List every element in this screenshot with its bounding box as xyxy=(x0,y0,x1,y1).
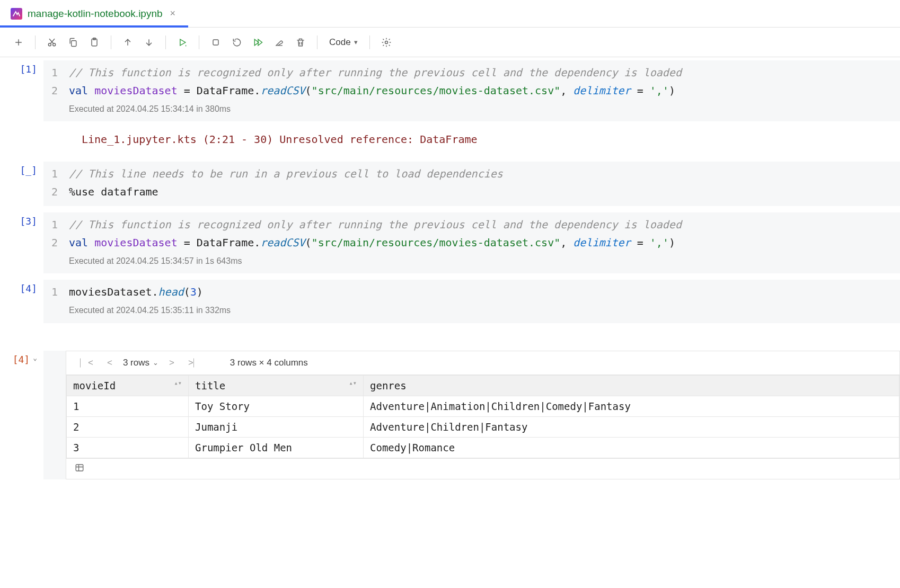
cell-movieId: 1 xyxy=(67,396,189,416)
gutter: 12 xyxy=(43,212,66,273)
gutter: 12 xyxy=(43,60,66,121)
toolbar: Code ▾ xyxy=(0,28,900,57)
svg-point-6 xyxy=(385,41,387,43)
delete-button[interactable] xyxy=(292,33,310,51)
cell-type-select[interactable]: Code ▾ xyxy=(325,35,362,50)
rows-summary: 3 rows × 4 columns xyxy=(230,358,308,368)
settings-button[interactable] xyxy=(377,33,395,51)
output-prompt-label: [4] xyxy=(13,354,30,365)
code-line: moviesDataset.head(3) xyxy=(69,283,893,301)
code-cell: [3]12// This function is recognized only… xyxy=(0,212,900,273)
svg-rect-2 xyxy=(72,40,76,46)
svg-point-1 xyxy=(53,43,56,46)
code-line: %use dataframe xyxy=(69,183,893,201)
cell-title: Grumpier Old Men xyxy=(189,437,364,458)
svg-rect-7 xyxy=(76,465,83,471)
file-tab[interactable]: manage-kotlin-notebook.ipynb × xyxy=(0,0,188,27)
cut-button[interactable] xyxy=(43,33,61,51)
input-prompt: [1] xyxy=(0,60,43,121)
prev-page-icon[interactable]: < xyxy=(104,357,116,369)
last-page-icon[interactable]: >⎸ xyxy=(185,357,205,369)
cell-movieId: 3 xyxy=(67,437,189,458)
code-editor[interactable]: // This line needs to be run in a previo… xyxy=(66,162,900,206)
table-row[interactable]: 3Grumpier Old MenComedy|Romance xyxy=(67,437,899,458)
dataframe-table: movieId▴▾title▴▾genres 1Toy StoryAdventu… xyxy=(66,375,899,458)
error-output: Line_1.jupyter.kts (2:21 - 30) Unresolve… xyxy=(66,128,900,151)
cell-genres: Comedy|Romance xyxy=(364,437,899,458)
stop-button[interactable] xyxy=(207,33,225,51)
column-header[interactable]: title▴▾ xyxy=(189,375,364,396)
chevron-down-icon[interactable]: ⌄ xyxy=(33,354,37,362)
notebook-file-icon xyxy=(11,8,22,20)
code-cell: [_]12// This line needs to be run in a p… xyxy=(0,162,900,206)
first-page-icon[interactable]: ⎸< xyxy=(77,357,96,369)
separator xyxy=(199,35,199,49)
rows-select[interactable]: 3 rows ⌄ xyxy=(123,358,158,368)
output-toolbar: ⎸< < 3 rows ⌄ > >⎸ 3 rows × 4 columns xyxy=(66,351,899,375)
execution-meta: Executed at 2024.04.25 15:34:57 in 1s 64… xyxy=(69,252,893,268)
code-editor[interactable]: // This function is recognized only afte… xyxy=(66,60,900,121)
chevron-down-icon: ⌄ xyxy=(153,359,158,367)
separator xyxy=(165,35,166,49)
move-up-button[interactable] xyxy=(119,33,137,51)
table-header-row: movieId▴▾title▴▾genres xyxy=(67,375,899,396)
separator xyxy=(111,35,111,49)
table-view-icon[interactable] xyxy=(75,465,84,474)
rows-label: 3 rows xyxy=(123,358,149,368)
code-line: val moviesDataset = DataFrame.readCSV("s… xyxy=(69,234,893,252)
input-prompt: [4] xyxy=(0,280,43,323)
paste-button[interactable] xyxy=(85,33,103,51)
table-row[interactable]: 1Toy StoryAdventure|Animation|Children|C… xyxy=(67,396,899,416)
separator xyxy=(369,35,370,49)
tab-bar: manage-kotlin-notebook.ipynb × xyxy=(0,0,900,28)
code-line: // This function is recognized only afte… xyxy=(69,216,893,234)
restart-button[interactable] xyxy=(228,33,246,51)
code-cell: [1]12// This function is recognized only… xyxy=(0,60,900,121)
move-down-button[interactable] xyxy=(140,33,158,51)
cell-type-label: Code xyxy=(329,37,351,48)
copy-button[interactable] xyxy=(64,33,82,51)
code-cell: [4]1moviesDataset.head(3)Executed at 202… xyxy=(0,280,900,323)
code-line: val moviesDataset = DataFrame.readCSV("s… xyxy=(69,82,893,100)
gutter: 12 xyxy=(43,162,66,206)
output-footer xyxy=(66,458,899,479)
run-all-button[interactable] xyxy=(249,33,267,51)
sort-icon[interactable]: ▴▾ xyxy=(174,380,182,386)
input-prompt: [3] xyxy=(0,212,43,273)
gutter xyxy=(43,351,66,479)
code-editor[interactable]: // This function is recognized only afte… xyxy=(66,212,900,273)
cell-genres: Adventure|Animation|Children|Comedy|Fant… xyxy=(364,396,899,416)
next-page-icon[interactable]: > xyxy=(166,357,178,369)
cell-title: Jumanji xyxy=(189,416,364,437)
code-line: // This function is recognized only afte… xyxy=(69,64,893,82)
code-editor[interactable]: moviesDataset.head(3)Executed at 2024.04… xyxy=(66,280,900,323)
cell-title: Toy Story xyxy=(189,396,364,416)
separator xyxy=(317,35,317,49)
tab-title: manage-kotlin-notebook.ipynb xyxy=(28,8,163,20)
gutter: 1 xyxy=(43,280,66,323)
notebook-body: [1]12// This function is recognized only… xyxy=(0,57,900,351)
svg-point-0 xyxy=(48,43,51,46)
svg-rect-5 xyxy=(213,40,218,45)
execution-meta: Executed at 2024.04.25 15:35:11 in 332ms xyxy=(69,301,893,317)
close-icon[interactable]: × xyxy=(168,7,178,20)
sort-icon[interactable]: ▴▾ xyxy=(349,380,357,386)
run-cell-button[interactable] xyxy=(173,33,191,51)
separator xyxy=(35,35,36,49)
input-prompt: [_] xyxy=(0,162,43,206)
column-header[interactable]: movieId▴▾ xyxy=(67,375,189,396)
column-header[interactable]: genres xyxy=(364,375,899,396)
chevron-down-icon: ▾ xyxy=(354,38,358,46)
code-line: // This line needs to be run in a previo… xyxy=(69,165,893,183)
cell-movieId: 2 xyxy=(67,416,189,437)
table-row[interactable]: 2JumanjiAdventure|Children|Fantasy xyxy=(67,416,899,437)
clear-output-button[interactable] xyxy=(270,33,288,51)
cell-genres: Adventure|Children|Fantasy xyxy=(364,416,899,437)
dataframe-output: ⎸< < 3 rows ⌄ > >⎸ 3 rows × 4 columns mo… xyxy=(66,351,900,479)
add-cell-button[interactable] xyxy=(10,33,28,51)
execution-meta: Executed at 2024.04.25 15:34:14 in 380ms xyxy=(69,100,893,116)
output-prompt: [4] ⌄ xyxy=(0,351,43,479)
output-cell: [4] ⌄ ⎸< < 3 rows ⌄ > >⎸ 3 rows × 4 colu… xyxy=(0,351,900,479)
